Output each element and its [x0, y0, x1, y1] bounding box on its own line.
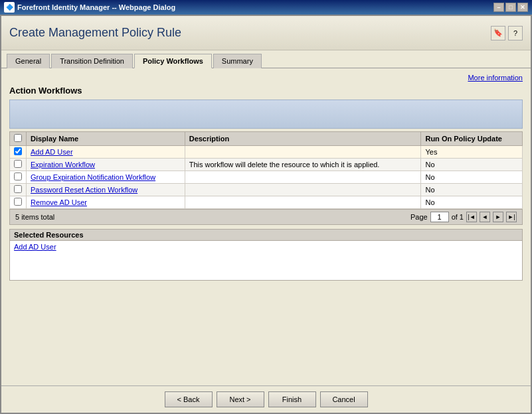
selected-resources-section: Selected Resources Add AD User — [9, 229, 523, 380]
close-button[interactable]: ✕ — [517, 3, 528, 12]
selected-resources-title: Selected Resources — [9, 229, 523, 241]
cancel-button[interactable]: Cancel — [320, 391, 368, 407]
title-bar-text: Forefront Identity Manager -- Webpage Di… — [17, 3, 493, 11]
row-checkbox-2[interactable] — [14, 172, 22, 180]
workflow-table: Display Name Description Run On Policy U… — [9, 131, 523, 209]
description-cell-0 — [185, 146, 421, 159]
section-title: Action Workflows — [9, 86, 523, 96]
run-on-update-cell-0: Yes — [421, 146, 523, 159]
dialog: Create Management Policy Rule 🔖 ? Genera… — [0, 15, 532, 414]
minimize-button[interactable]: – — [493, 3, 504, 12]
col-header-check — [10, 132, 27, 146]
run-on-update-cell-3: No — [421, 184, 523, 196]
tab-summary[interactable]: Summary — [213, 54, 262, 68]
run-on-update-cell-2: No — [421, 171, 523, 184]
tab-general[interactable]: General — [7, 54, 50, 68]
prev-page-button[interactable]: ◄ — [480, 212, 490, 222]
tabs-bar: General Transition Definition Policy Wor… — [1, 50, 531, 68]
content-area: More information Action Workflows Displa… — [1, 68, 531, 385]
selected-resources-list: Add AD User — [9, 241, 523, 281]
row-checkbox-4[interactable] — [14, 198, 22, 206]
bookmark-icon[interactable]: 🔖 — [491, 26, 505, 40]
pagination-controls: Page of 1 |◄ ◄ ► ►| — [410, 212, 517, 222]
page-input[interactable] — [430, 212, 449, 222]
table-row: Add AD UserYes — [10, 146, 523, 159]
dialog-title: Create Management Policy Rule — [9, 26, 181, 40]
description-cell-4 — [185, 196, 421, 209]
title-bar-controls: – □ ✕ — [493, 3, 528, 12]
back-button[interactable]: < Back — [165, 391, 213, 407]
help-icon[interactable]: ? — [508, 26, 523, 40]
page-of: of 1 — [452, 213, 464, 221]
table-row: Remove AD UserNo — [10, 196, 523, 209]
pagination-bar: 5 items total Page of 1 |◄ ◄ ► ►| — [9, 209, 523, 225]
items-total: 5 items total — [15, 213, 54, 221]
workflow-link-1[interactable]: Expiration Workflow — [31, 161, 95, 169]
run-on-update-cell-1: No — [421, 159, 523, 171]
col-header-run-on-update: Run On Policy Update — [421, 132, 523, 146]
title-bar: 🔷 Forefront Identity Manager -- Webpage … — [0, 0, 532, 15]
filter-area — [9, 100, 523, 129]
dialog-header: Create Management Policy Rule 🔖 ? — [1, 16, 531, 50]
maximize-button[interactable]: □ — [505, 3, 516, 12]
app-icon: 🔷 — [4, 2, 15, 13]
workflow-link-4[interactable]: Remove AD User — [31, 198, 87, 206]
workflow-link-0[interactable]: Add AD User — [31, 148, 73, 156]
more-info-link[interactable]: More information — [9, 74, 523, 82]
table-row: Group Expiration Notification WorkflowNo — [10, 171, 523, 184]
tab-policy-workflows[interactable]: Policy Workflows — [134, 54, 212, 68]
footer: < Back Next > Finish Cancel — [1, 385, 531, 413]
row-checkbox-0[interactable] — [14, 147, 22, 155]
row-checkbox-1[interactable] — [14, 160, 22, 168]
table-row: Password Reset Action WorkflowNo — [10, 184, 523, 196]
workflow-link-2[interactable]: Group Expiration Notification Workflow — [31, 173, 155, 181]
col-header-description: Description — [185, 132, 421, 146]
next-button[interactable]: Next > — [217, 391, 264, 407]
workflow-link-3[interactable]: Password Reset Action Workflow — [31, 186, 137, 194]
table-row: Expiration WorkflowThis workflow will de… — [10, 159, 523, 171]
description-cell-3 — [185, 184, 421, 196]
run-on-update-cell-4: No — [421, 196, 523, 209]
select-all-checkbox[interactable] — [14, 134, 22, 142]
description-cell-2 — [185, 171, 421, 184]
finish-button[interactable]: Finish — [268, 391, 316, 407]
col-header-name: Display Name — [27, 132, 185, 146]
page-label: Page — [410, 213, 428, 221]
row-checkbox-3[interactable] — [14, 185, 22, 193]
last-page-button[interactable]: ►| — [506, 212, 517, 222]
description-cell-1: This workflow will delete the resource t… — [185, 159, 421, 171]
first-page-button[interactable]: |◄ — [466, 212, 477, 222]
selected-item-add-ad-user[interactable]: Add AD User — [14, 242, 518, 251]
header-icons: 🔖 ? — [491, 26, 523, 40]
tab-transition-definition[interactable]: Transition Definition — [51, 54, 133, 68]
next-page-button[interactable]: ► — [493, 212, 503, 222]
